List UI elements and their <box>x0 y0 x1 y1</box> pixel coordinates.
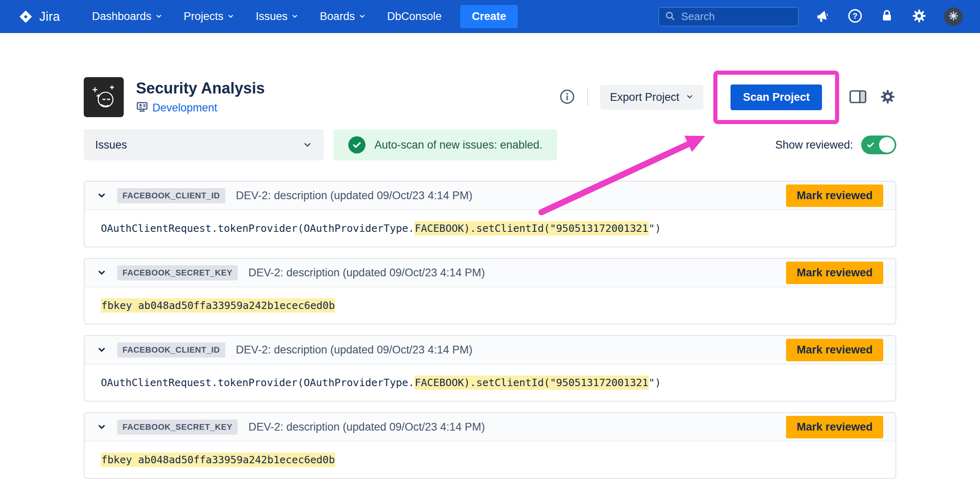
main-content: Security Analysis Development <box>84 77 896 479</box>
gear-icon <box>879 88 896 107</box>
project-subtitle: Development <box>136 101 265 115</box>
export-project-button[interactable]: Export Project <box>600 85 704 110</box>
jira-security-analysis-page: Jira Dashboards Projects Issues <box>0 0 980 491</box>
filter-row: Issues Auto-scan of new issues: enabled.… <box>84 129 896 160</box>
chevron-down-icon <box>227 10 234 23</box>
nav-item-label: Issues <box>256 10 287 23</box>
toggle-knob <box>879 137 895 153</box>
issue-code-snippet: fbkey ab048ad50ffa33959a242b1ecec6ed0b <box>85 442 895 478</box>
project-settings-button[interactable] <box>879 88 896 107</box>
nav-item-label: Boards <box>320 10 355 23</box>
nav-item-dashboards[interactable]: Dashboards <box>92 10 163 23</box>
scan-project-wrapper: Scan Project <box>731 84 822 110</box>
doodle-face-icon <box>89 82 118 113</box>
board-panel-icon <box>849 89 867 106</box>
finding-type-badge: FACEBOOK_SECRET_KEY <box>117 420 238 435</box>
info-button[interactable] <box>559 89 575 106</box>
finding-type-badge: FACEBOOK_CLIENT_ID <box>117 342 225 358</box>
issue-card: FACEBOOK_CLIENT_ID DEV-2: description (u… <box>84 181 896 247</box>
chevron-down-icon <box>155 10 163 23</box>
navbar-icon-group: ? <box>815 7 963 26</box>
nav-item-label: Projects <box>184 10 224 23</box>
issue-card-header: FACEBOOK_SECRET_KEY DEV-2: description (… <box>85 413 895 442</box>
scan-project-button[interactable]: Scan Project <box>731 84 822 110</box>
issue-title: DEV-2: description (updated 09/Oct/23 4:… <box>236 189 472 202</box>
lock-icon <box>880 9 894 24</box>
page-title: Security Analysis <box>136 80 265 98</box>
nav-item-issues[interactable]: Issues <box>256 10 298 23</box>
export-project-label: Export Project <box>610 91 679 104</box>
nav-item-label: Dashboards <box>92 10 151 23</box>
chevron-down-icon <box>359 10 366 23</box>
issue-card: FACEBOOK_SECRET_KEY DEV-2: description (… <box>84 412 896 479</box>
header-actions: Export Project Scan Project <box>559 84 896 110</box>
show-reviewed-label: Show reviewed: <box>775 139 853 151</box>
show-reviewed-toggle[interactable] <box>861 136 896 154</box>
mark-reviewed-button[interactable]: Mark reviewed <box>786 184 883 207</box>
issue-card: FACEBOOK_SECRET_KEY DEV-2: description (… <box>84 258 896 324</box>
autoscan-status-pill: Auto-scan of new issues: enabled. <box>334 129 557 160</box>
mark-reviewed-button[interactable]: Mark reviewed <box>786 339 883 361</box>
issue-code-snippet: fbkey ab048ad50ffa33959a242b1ecec6ed0b <box>85 287 895 324</box>
issue-card-header: FACEBOOK_CLIENT_ID DEV-2: description (u… <box>85 182 895 210</box>
chevron-down-icon <box>303 140 312 150</box>
megaphone-icon <box>815 8 831 25</box>
nav-item-boards[interactable]: Boards <box>320 10 366 23</box>
issue-card-header: FACEBOOK_CLIENT_ID DEV-2: description (u… <box>85 336 895 364</box>
search-icon <box>665 11 675 23</box>
issue-title: DEV-2: description (updated 09/Oct/23 4:… <box>236 344 472 356</box>
question-mark-icon: ? <box>848 9 862 24</box>
project-text-block: Security Analysis Development <box>136 80 265 115</box>
brand-name: Jira <box>39 9 60 24</box>
issue-card: FACEBOOK_CLIENT_ID DEV-2: description (u… <box>84 335 896 402</box>
help-button[interactable]: ? <box>848 9 862 24</box>
profile-avatar-button[interactable] <box>944 7 963 26</box>
vertical-divider <box>587 88 588 106</box>
finding-type-badge: FACEBOOK_CLIENT_ID <box>117 188 225 203</box>
primary-nav: Dashboards Projects Issues Boards <box>92 10 441 23</box>
show-reviewed-control: Show reviewed: <box>775 136 896 154</box>
top-navbar: Jira Dashboards Projects Issues <box>0 0 980 33</box>
info-icon <box>559 89 575 106</box>
mark-reviewed-button[interactable]: Mark reviewed <box>786 262 883 284</box>
issue-code-snippet: OAuthClientRequest.tokenProvider(OAuthPr… <box>85 364 895 401</box>
chevron-down-icon <box>291 10 298 23</box>
toggle-check-icon <box>866 140 875 149</box>
chevron-down-icon <box>686 91 694 104</box>
collapse-chevron-icon[interactable] <box>97 345 107 355</box>
side-panel-button[interactable] <box>849 89 867 106</box>
create-button[interactable]: Create <box>460 5 517 28</box>
issue-card-list: FACEBOOK_CLIENT_ID DEV-2: description (u… <box>84 181 896 479</box>
issue-card-header: FACEBOOK_SECRET_KEY DEV-2: description (… <box>85 259 895 287</box>
collapse-chevron-icon[interactable] <box>97 268 107 278</box>
collapse-chevron-icon[interactable] <box>97 422 107 432</box>
finding-type-badge: FACEBOOK_SECRET_KEY <box>117 265 238 280</box>
project-header: Security Analysis Development <box>84 77 896 117</box>
issue-code-snippet: OAuthClientRequest.tokenProvider(OAuthPr… <box>85 210 895 247</box>
permissions-button[interactable] <box>880 9 894 24</box>
nav-item-dbconsole[interactable]: DbConsole <box>387 10 442 23</box>
issues-dropdown[interactable]: Issues <box>84 129 324 160</box>
announcements-button[interactable] <box>815 8 831 25</box>
gear-icon <box>911 8 927 25</box>
search-input[interactable] <box>680 10 792 23</box>
global-search[interactable] <box>658 7 799 27</box>
asterisk-icon <box>948 11 959 22</box>
issue-title: DEV-2: description (updated 09/Oct/23 4:… <box>248 267 485 279</box>
collapse-chevron-icon[interactable] <box>97 191 107 200</box>
settings-button[interactable] <box>911 8 927 25</box>
nav-item-label: DbConsole <box>387 10 442 23</box>
autoscan-status-text: Auto-scan of new issues: enabled. <box>374 139 542 151</box>
project-avatar <box>84 77 124 117</box>
nav-item-projects[interactable]: Projects <box>184 10 235 23</box>
issue-title: DEV-2: description (updated 09/Oct/23 4:… <box>248 421 485 433</box>
check-circle-icon <box>348 136 365 153</box>
mark-reviewed-button[interactable]: Mark reviewed <box>786 416 883 438</box>
issues-dropdown-value: Issues <box>95 139 127 151</box>
project-link[interactable]: Development <box>152 102 217 114</box>
svg-text:?: ? <box>853 11 858 20</box>
jira-brand[interactable]: Jira <box>17 8 60 25</box>
development-project-icon <box>136 101 148 115</box>
jira-logo-icon <box>17 8 34 25</box>
app-avatar <box>944 7 963 26</box>
